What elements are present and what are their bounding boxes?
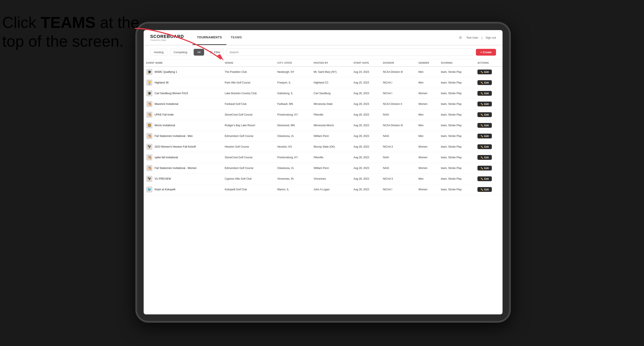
cell-actions-6: Edit [475, 131, 502, 142]
table-row: 🎓 Carl Sandburg Women FA23 Lake Bracken … [144, 88, 502, 99]
cell-city-state-1: Freeport, IL [275, 77, 311, 88]
cell-gender-6: Men [416, 131, 438, 142]
table-row: 🐴 UPKE Fall Invite StoneCrest Golf Cours… [144, 109, 502, 120]
cell-city-state-11: Marion, IL [275, 184, 311, 195]
cell-start-date-6: Aug 28, 2023 [351, 131, 380, 142]
edit-button-9[interactable]: Edit [478, 166, 492, 171]
cell-gender-1: Men [416, 77, 438, 88]
team-icon-2: 🎓 [146, 90, 152, 96]
cell-venue-0: The Powelton Club [222, 66, 275, 77]
cell-scoring-2: team, Stroke Play [438, 88, 475, 99]
cell-venue-11: Kokopelli Golf Club [222, 184, 275, 195]
cell-venue-9: Edmundson Golf Course [222, 163, 275, 173]
edit-button-0[interactable]: Edit [478, 70, 492, 74]
edit-button-3[interactable]: Edit [478, 102, 492, 106]
cell-hosted-by-9: William Penn [311, 163, 351, 173]
team-icon-1: 🏆 [146, 80, 152, 86]
event-name-text-6: Fall Statesmen Invitational - Men [154, 135, 193, 138]
cell-venue-10: Cypress Hills Golf Club [222, 173, 275, 184]
cell-division-7: NICAA II [380, 142, 416, 152]
settings-icon[interactable]: ⚙ [458, 35, 463, 40]
cell-hosted-by-1: Highland CC [311, 77, 351, 88]
cell-event-name-2: 🎓 Carl Sandburg Women FA23 [144, 88, 222, 99]
edit-button-10[interactable]: Edit [478, 176, 492, 181]
cell-city-state-2: Galesburg, IL [275, 88, 311, 99]
cell-scoring-8: team, Stroke Play [438, 152, 475, 163]
team-icon-11: 🐦 [146, 186, 152, 192]
cell-scoring-11: team, Stroke Play [438, 184, 475, 195]
divider: | [482, 36, 482, 39]
signout-link[interactable]: Sign out [486, 36, 496, 39]
cell-scoring-9: team, Stroke Play [438, 163, 475, 173]
col-hosted-by: HOSTED BY [311, 59, 351, 66]
cell-actions-9: Edit [475, 163, 502, 173]
cell-scoring-5: team, Stroke Play [438, 120, 475, 131]
edit-button-1[interactable]: Edit [478, 80, 492, 85]
table-row: 🎓 MSMC Qualifying 1 The Powelton Club Ne… [144, 66, 502, 77]
col-actions: ACTIONS [475, 59, 502, 66]
cell-city-state-0: Newburgh, NY [275, 66, 311, 77]
table-body: 🎓 MSMC Qualifying 1 The Powelton Club Ne… [144, 66, 502, 195]
table-row: 🐴 Maverick Invitational Faribault Golf C… [144, 99, 502, 109]
edit-button-5[interactable]: Edit [478, 123, 492, 128]
cell-start-date-2: Aug 26, 2023 [351, 88, 380, 99]
team-icon-0: 🎓 [146, 69, 152, 75]
cell-venue-6: Edmundson Golf Course [222, 131, 275, 142]
cell-start-date-9: Aug 28, 2023 [351, 163, 380, 173]
cell-hosted-by-4: Pikeville [311, 109, 351, 120]
event-name-text-10: VU PREVIEW [154, 177, 171, 180]
edit-button-4[interactable]: Edit [478, 112, 492, 117]
cell-city-state-3: Faribault, MN [275, 99, 311, 109]
edit-button-7[interactable]: Edit [478, 144, 492, 149]
cell-start-date-7: Aug 28, 2023 [351, 142, 380, 152]
cell-scoring-3: team, Stroke Play [438, 99, 475, 109]
cell-city-state-5: Deerwood, MN [275, 120, 311, 131]
cell-division-0: NCAA Division III [380, 66, 416, 77]
cell-scoring-1: team, Stroke Play [438, 77, 475, 88]
event-name-text-11: Klash at Kokopelli [154, 188, 175, 191]
nav-tabs: TOURNAMENTS TEAMS [192, 30, 458, 45]
edit-button-8[interactable]: Edit [478, 155, 492, 160]
cell-event-name-3: 🐴 Maverick Invitational [144, 99, 222, 109]
table-row: 🐴 upike fall invitational StoneCrest Gol… [144, 152, 502, 163]
cell-venue-4: StoneCrest Golf Course [222, 109, 275, 120]
team-icon-6: 🐴 [146, 133, 152, 139]
cell-event-name-4: 🐴 UPKE Fall Invite [144, 109, 222, 120]
cell-hosted-by-7: Murray State (OK) [311, 142, 351, 152]
table-row: 🐴 Fall Statesmen Invitational - Women Ed… [144, 163, 502, 173]
cell-event-name-1: 🏆 Highland 36 [144, 77, 222, 88]
cell-venue-3: Faribault Golf Club [222, 99, 275, 109]
user-label: Test User [466, 36, 478, 39]
search-container [226, 49, 473, 56]
cell-start-date-1: Aug 25, 2023 [351, 77, 380, 88]
table-row: 🐴 Fall Statesmen Invitational - Men Edmu… [144, 131, 502, 142]
cell-event-name-7: 🦅 2023 Women's Hesston Fall Kickoff [144, 142, 222, 152]
cell-gender-10: Men [416, 173, 438, 184]
team-icon-3: 🐴 [146, 101, 152, 107]
cell-city-state-9: Oskaloosa, IA [275, 163, 311, 173]
edit-button-6[interactable]: Edit [478, 134, 492, 139]
tournament-table-container: EVENT NAME VENUE CITY, STATE HOSTED BY S… [144, 59, 502, 314]
cell-event-name-8: 🐴 upike fall invitational [144, 152, 222, 163]
header-right: ⚙ Test User | Sign out [458, 35, 496, 40]
search-input[interactable] [226, 49, 473, 56]
team-icon-9: 🐴 [146, 165, 152, 171]
instruction-bold: TEAMS [40, 14, 96, 31]
cell-venue-2: Lake Bracken Country Club [222, 88, 275, 99]
table-row: 🦁 Morris Invitational Ruttger's Bay Lake… [144, 120, 502, 131]
cell-scoring-6: team, Stroke Play [438, 131, 475, 142]
edit-button-11[interactable]: Edit [478, 187, 492, 192]
cell-division-5: NCAA Division III [380, 120, 416, 131]
cell-event-name-10: 🦅 VU PREVIEW [144, 173, 222, 184]
create-button[interactable]: + Create [476, 49, 496, 56]
cell-start-date-0: Aug 24, 2023 [351, 66, 380, 77]
cell-division-9: NAIA [380, 163, 416, 173]
team-icon-8: 🐴 [146, 154, 152, 161]
edit-button-2[interactable]: Edit [478, 91, 492, 96]
cell-gender-11: Women [416, 184, 438, 195]
table-row: 🦅 2023 Women's Hesston Fall Kickoff Hess… [144, 142, 502, 152]
cell-hosted-by-10: Vincennes [311, 173, 351, 184]
col-division: DIVISION [380, 59, 416, 66]
cell-division-1: NICAA I [380, 77, 416, 88]
cell-event-name-9: 🐴 Fall Statesmen Invitational - Women [144, 163, 222, 173]
